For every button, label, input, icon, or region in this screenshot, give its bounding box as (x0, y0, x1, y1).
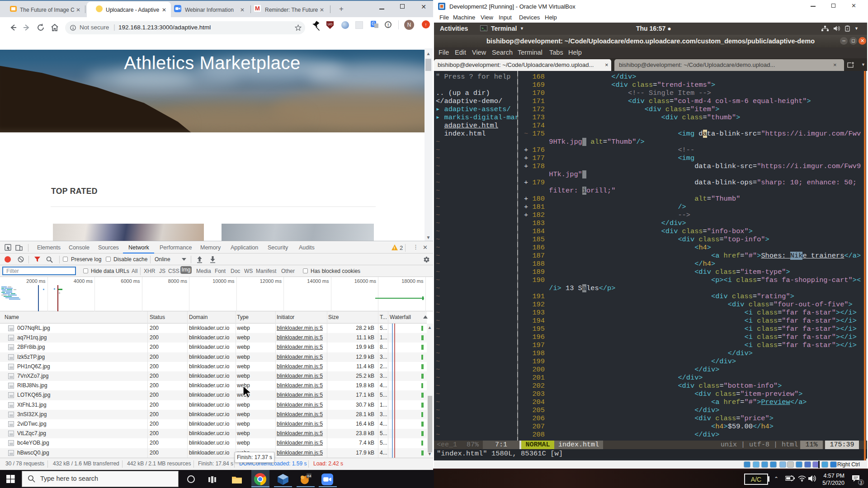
svg-text:64: 64 (307, 474, 311, 478)
